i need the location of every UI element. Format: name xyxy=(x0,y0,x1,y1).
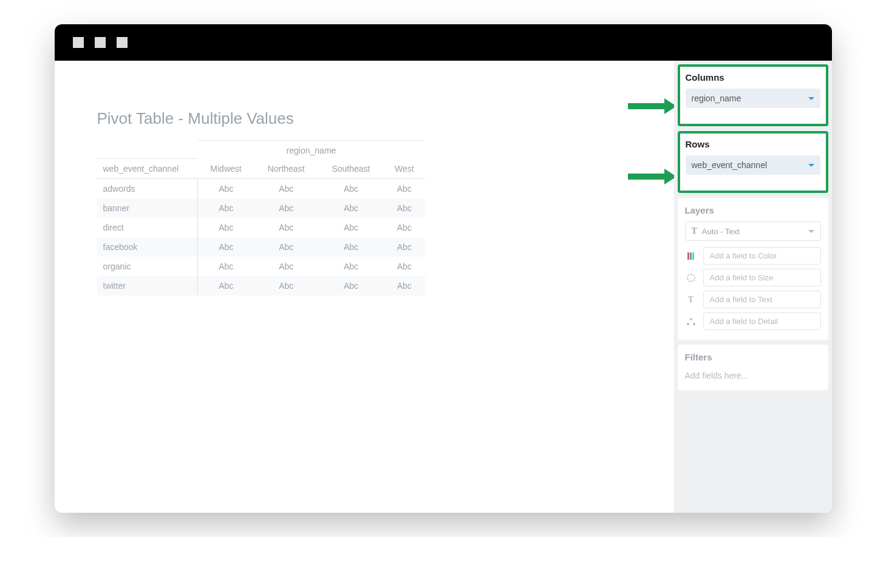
table-row: directAbcAbcAbcAbc xyxy=(97,218,425,237)
chip-label: region_name xyxy=(692,93,741,103)
cell: Abc xyxy=(384,257,424,276)
filters-panel: Filters Add fields here... xyxy=(678,345,828,390)
text-icon: T xyxy=(692,226,697,236)
annotation-arrow-icon xyxy=(628,98,676,114)
row-label: adwords xyxy=(97,179,198,199)
layer-type-selector[interactable]: TAuto - Text xyxy=(685,221,821,241)
filters-dropzone[interactable]: Add fields here... xyxy=(685,368,821,380)
row-label: direct xyxy=(97,218,198,237)
column-group-label: region_name xyxy=(198,140,425,158)
main-canvas: Pivot Table - Multiple Values region_nam… xyxy=(55,61,674,513)
window-control[interactable] xyxy=(117,37,128,48)
window-control[interactable] xyxy=(73,37,84,48)
columns-field-chip[interactable]: region_name xyxy=(686,89,820,108)
row-label: banner xyxy=(97,198,198,218)
column-header: Northeast xyxy=(254,159,318,179)
rows-field-chip[interactable]: web_event_channel xyxy=(686,155,820,175)
window-control[interactable] xyxy=(95,37,106,48)
layers-panel: Layers TAuto - Text Add a field to Color… xyxy=(678,198,828,340)
cell: Abc xyxy=(198,276,254,296)
cell: Abc xyxy=(254,237,318,257)
panel-title: Rows xyxy=(686,139,820,149)
title-bar xyxy=(55,24,832,61)
cell: Abc xyxy=(318,179,384,199)
panel-title: Filters xyxy=(685,352,821,362)
cell: Abc xyxy=(254,276,318,296)
cell: Abc xyxy=(254,198,318,218)
cell: Abc xyxy=(318,198,384,218)
detail-field-drop[interactable]: Add a field to Detail xyxy=(703,313,821,330)
cell: Abc xyxy=(384,179,424,199)
chevron-down-icon xyxy=(808,97,814,100)
column-header: West xyxy=(384,159,424,179)
cell: Abc xyxy=(198,237,254,257)
table-row: adwordsAbcAbcAbcAbc xyxy=(97,179,425,199)
column-header: Midwest xyxy=(198,159,254,179)
cell: Abc xyxy=(254,179,318,199)
cell: Abc xyxy=(384,198,424,218)
color-field-drop[interactable]: Add a field to Color xyxy=(703,247,821,265)
table-row: twitterAbcAbcAbcAbc xyxy=(97,276,425,296)
annotation-arrow-icon xyxy=(628,169,676,184)
cell: Abc xyxy=(198,218,254,237)
cell: Abc xyxy=(318,218,384,237)
panel-title: Columns xyxy=(686,72,820,83)
app-window: Pivot Table - Multiple Values region_nam… xyxy=(55,24,832,513)
size-icon xyxy=(685,274,697,282)
columns-panel: Columns region_name xyxy=(678,64,828,126)
detail-icon xyxy=(685,318,697,325)
row-field-header: web_event_channel xyxy=(97,159,198,179)
cell: Abc xyxy=(198,179,254,199)
pivot-table: web_event_channel Midwest Northeast Sout… xyxy=(97,158,425,296)
row-label: twitter xyxy=(97,276,198,296)
config-sidebar: Columns region_name Rows web_event_chann… xyxy=(674,61,832,513)
row-label: organic xyxy=(97,257,198,276)
color-icon xyxy=(685,252,697,260)
cell: Abc xyxy=(254,257,318,276)
cell: Abc xyxy=(198,257,254,276)
cell: Abc xyxy=(318,276,384,296)
cell: Abc xyxy=(318,257,384,276)
table-row: bannerAbcAbcAbcAbc xyxy=(97,198,425,218)
panel-title: Layers xyxy=(685,205,821,215)
rows-panel: Rows web_event_channel xyxy=(678,131,828,193)
chart-title: Pivot Table - Multiple Values xyxy=(97,109,644,128)
row-label: facebook xyxy=(97,237,198,257)
text-field-drop[interactable]: Add a field to Text xyxy=(703,291,821,308)
column-header: Southeast xyxy=(318,159,384,179)
cell: Abc xyxy=(384,218,424,237)
cell: Abc xyxy=(318,237,384,257)
cell: Abc xyxy=(254,218,318,237)
table-row: organicAbcAbcAbcAbc xyxy=(97,257,425,276)
text-icon: T xyxy=(685,295,697,305)
cell: Abc xyxy=(198,198,254,218)
size-field-drop[interactable]: Add a field to Size xyxy=(703,269,821,286)
table-row: facebookAbcAbcAbcAbc xyxy=(97,237,425,257)
chip-label: web_event_channel xyxy=(692,160,768,170)
cell: Abc xyxy=(384,237,424,257)
chevron-down-icon xyxy=(808,230,814,233)
chevron-down-icon xyxy=(808,164,814,167)
cell: Abc xyxy=(384,276,424,296)
